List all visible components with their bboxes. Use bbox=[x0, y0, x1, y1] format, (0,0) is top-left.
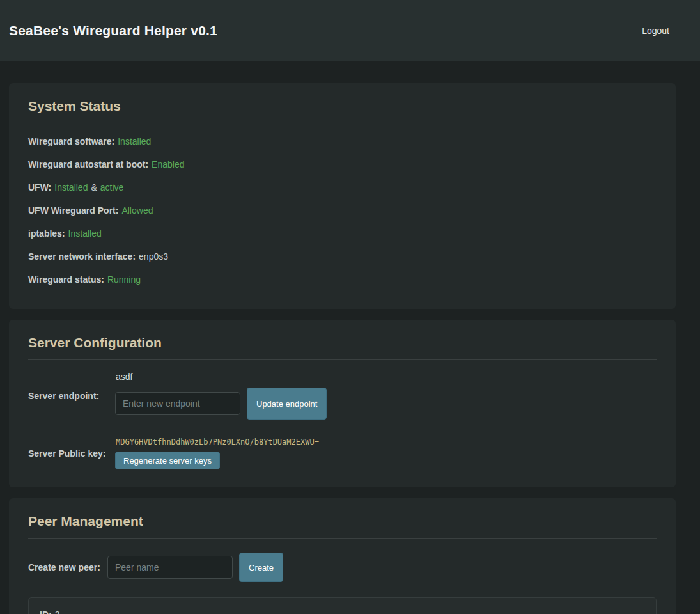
status-row-iptables: iptables:Installed bbox=[28, 222, 657, 245]
status-row-interface: Server network interface:enp0s3 bbox=[28, 245, 657, 268]
server-public-key-controls: MDGY6HVDtfhnDdhW0zLb7PNz0LXnO/b8YtDUaM2E… bbox=[115, 437, 319, 469]
status-label: Wireguard autostart at boot: bbox=[28, 159, 148, 169]
status-label: Server network interface: bbox=[28, 251, 136, 262]
status-separator: & bbox=[91, 182, 97, 193]
peer-id-value: 2 bbox=[55, 610, 60, 614]
status-value: active bbox=[100, 182, 124, 193]
system-status-title: System Status bbox=[28, 98, 657, 114]
server-configuration-title: Server Configuration bbox=[28, 335, 657, 350]
create-peer-controls: Create bbox=[107, 553, 283, 582]
app-title: SeaBee's Wireguard Helper v0.1 bbox=[9, 23, 217, 38]
create-peer-label: Create new peer: bbox=[28, 562, 107, 572]
regenerate-server-keys-button[interactable]: Regenerate server keys bbox=[115, 452, 220, 469]
status-value: Installed bbox=[68, 228, 102, 239]
status-row-ufw-port: UFW Wireguard Port:Allowed bbox=[28, 199, 657, 222]
divider bbox=[28, 123, 657, 123]
status-value: enp0s3 bbox=[139, 251, 168, 262]
server-public-key-label: Server Public key: bbox=[28, 448, 115, 459]
server-endpoint-label: Server endpoint: bbox=[28, 391, 115, 401]
status-value: Allowed bbox=[121, 205, 153, 216]
server-public-key-row: Server Public key: MDGY6HVDtfhnDdhW0zLb7… bbox=[28, 437, 657, 469]
status-label: Wireguard status: bbox=[28, 274, 104, 285]
status-value: Installed bbox=[54, 182, 88, 193]
peer-management-card: Peer Management Create new peer: Create … bbox=[9, 498, 676, 614]
status-row-autostart: Wireguard autostart at boot:Enabled bbox=[28, 153, 657, 176]
peer-item: ID:2 Name:asdf Public Key:ckyOHj5Bk8707g… bbox=[28, 597, 657, 614]
status-value: Running bbox=[107, 274, 141, 285]
main-content: System Status Wireguard software:Install… bbox=[0, 61, 700, 614]
status-row-wireguard-software: Wireguard software:Installed bbox=[28, 130, 657, 153]
system-status-card: System Status Wireguard software:Install… bbox=[9, 83, 676, 309]
create-peer-button[interactable]: Create bbox=[239, 553, 283, 582]
server-configuration-card: Server Configuration Server endpoint: as… bbox=[9, 320, 676, 487]
peer-id-line: ID:2 bbox=[40, 606, 645, 614]
divider bbox=[28, 538, 657, 539]
update-endpoint-button[interactable]: Update endpoint bbox=[247, 388, 327, 420]
endpoint-input[interactable] bbox=[115, 392, 240, 415]
peer-id-label: ID: bbox=[40, 610, 52, 614]
create-peer-row: Create new peer: Create bbox=[28, 553, 657, 582]
logout-button[interactable]: Logout bbox=[642, 26, 669, 36]
top-bar: SeaBee's Wireguard Helper v0.1 Logout bbox=[0, 0, 700, 61]
status-value: Installed bbox=[118, 136, 151, 146]
divider bbox=[28, 359, 657, 360]
status-label: Wireguard software: bbox=[28, 136, 114, 146]
status-label: iptables: bbox=[28, 228, 65, 239]
peer-name-input[interactable] bbox=[107, 556, 233, 579]
status-label: UFW Wireguard Port: bbox=[28, 205, 118, 216]
endpoint-control-line: Update endpoint bbox=[115, 388, 327, 420]
server-endpoint-controls: asdf Update endpoint bbox=[115, 372, 327, 420]
peer-management-title: Peer Management bbox=[28, 514, 657, 529]
page: SeaBee's Wireguard Helper v0.1 Logout Sy… bbox=[0, 0, 700, 614]
server-public-key-value: MDGY6HVDtfhnDdhW0zLb7PNz0LXnO/b8YtDUaM2E… bbox=[116, 437, 319, 446]
status-label: UFW: bbox=[28, 182, 51, 193]
server-endpoint-row: Server endpoint: asdf Update endpoint bbox=[28, 372, 657, 420]
status-value: Enabled bbox=[152, 159, 184, 169]
status-row-wireguard-status: Wireguard status:Running bbox=[28, 268, 657, 291]
status-row-ufw: UFW:Installed&active bbox=[28, 176, 657, 199]
current-endpoint-value: asdf bbox=[116, 372, 327, 382]
